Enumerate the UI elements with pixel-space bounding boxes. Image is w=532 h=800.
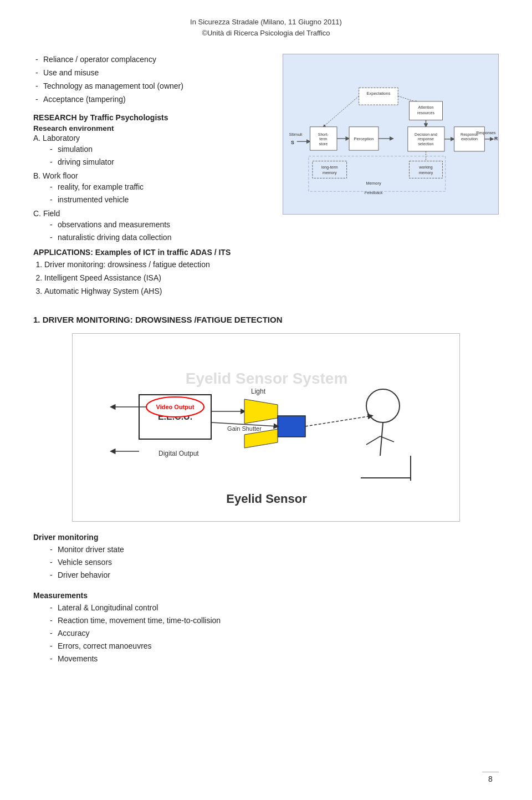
svg-text:resources: resources xyxy=(417,111,434,115)
laboratory-list: simulation driving simulator xyxy=(33,144,272,168)
app-item-2: Automatic Highway System (AHS) xyxy=(44,286,272,297)
cognitive-diagram-svg: Stimuli S Short- term store Perception xyxy=(283,54,498,214)
svg-text:Perception: Perception xyxy=(354,136,374,141)
svg-text:Eyelid Sensor System: Eyelid Sensor System xyxy=(186,370,348,387)
workfloor-section: B. Work floor reality, for example traff… xyxy=(33,171,272,206)
bullet-technology: Technology as management tool (owner) xyxy=(33,80,272,92)
svg-text:Memory: Memory xyxy=(366,181,381,186)
svg-text:R: R xyxy=(494,136,498,141)
svg-text:selection: selection xyxy=(418,142,434,146)
lab-item-1: driving simulator xyxy=(50,156,272,168)
meas-item-3: Errors, correct manoeuvres xyxy=(50,640,499,652)
svg-text:execution: execution xyxy=(461,137,478,141)
svg-text:Short-: Short- xyxy=(318,133,329,136)
header-line2: ©Unità di Ricerca Psicologia del Traffic… xyxy=(33,28,499,39)
page-header: In Sicurezza Stradale (Milano, 11 Giugno… xyxy=(33,17,499,38)
svg-text:Responses: Responses xyxy=(476,131,496,135)
svg-text:Light: Light xyxy=(251,388,266,395)
svg-rect-34 xyxy=(313,161,347,179)
workfloor-item-0: reality, for example traffic xyxy=(50,181,272,193)
laboratory-section: A. Laboratory simulation driving simulat… xyxy=(33,134,272,168)
laboratory-label: A. Laboratory xyxy=(33,134,272,142)
app-item-0: Driver monitoring: drowsiness / fatigue … xyxy=(44,259,272,271)
bullet-reliance: Reliance / operator complacency xyxy=(33,54,272,65)
page: In Sicurezza Stradale (Milano, 11 Giugno… xyxy=(0,0,532,800)
meas-item-0: Lateral & Longitudinal control xyxy=(50,602,499,614)
left-column: Reliance / operator complacency Use and … xyxy=(33,54,272,303)
field-item-0: observations and measurements xyxy=(50,219,272,231)
header-line1: In Sicurezza Stradale (Milano, 11 Giugno… xyxy=(33,17,499,28)
svg-text:Attention: Attention xyxy=(418,105,434,109)
driver-monitoring-title: Driver monitoring xyxy=(33,533,499,542)
svg-text:term: term xyxy=(319,137,327,141)
page-number: 8 xyxy=(482,772,499,783)
svg-text:S: S xyxy=(291,140,294,145)
content-top: Reliance / operator complacency Use and … xyxy=(33,54,499,303)
svg-rect-12 xyxy=(359,88,398,105)
driver-monitoring-list: Monitor driver state Vehicle sensors Dri… xyxy=(33,544,499,581)
bullet-use-misuse: Use and misuse xyxy=(33,67,272,79)
meas-item-1: Reaction time, movement time, time-to-co… xyxy=(50,615,499,626)
field-label: C. Field xyxy=(33,209,272,218)
lab-item-0: simulation xyxy=(50,144,272,155)
field-item-1: naturalistic driving data collection xyxy=(50,232,272,243)
right-column: Stimuli S Short- term store Perception xyxy=(283,54,499,303)
bullet-acceptance: Acceptance (tampering) xyxy=(33,94,272,105)
svg-text:Eyelid Sensor: Eyelid Sensor xyxy=(226,492,307,506)
svg-text:Response: Response xyxy=(461,133,478,137)
svg-text:working: working xyxy=(418,165,432,170)
dm-item-1: Vehicle sensors xyxy=(50,557,499,568)
app-item-1: Intelligent Speed Assistance (ISA) xyxy=(44,272,272,284)
svg-text:store: store xyxy=(319,142,328,146)
research-title: RESEARCH by Traffic Psychologists xyxy=(33,113,272,122)
svg-text:memory: memory xyxy=(419,171,433,175)
dm-item-0: Monitor driver state xyxy=(50,544,499,556)
svg-text:Video Output: Video Output xyxy=(156,404,195,410)
eyelid-diagram: Eyelid Sensor System E.E.C.U. Video Outp… xyxy=(72,333,460,522)
svg-text:Expectations: Expectations xyxy=(367,91,391,96)
dm-item-2: Driver behavior xyxy=(50,569,499,581)
workfloor-label: B. Work floor xyxy=(33,171,272,180)
section1-heading: 1. DRIVER MONITORING: DROWSINESS /FATIGU… xyxy=(33,315,499,324)
eyelid-svg: Eyelid Sensor System E.E.C.U. Video Outp… xyxy=(73,334,460,522)
driver-monitoring-section: Driver monitoring Monitor driver state V… xyxy=(33,533,499,581)
cognitive-diagram: Stimuli S Short- term store Perception xyxy=(283,54,499,215)
field-list: observations and measurements naturalist… xyxy=(33,219,272,243)
svg-text:Digital Output: Digital Output xyxy=(158,450,199,457)
svg-text:Decision and: Decision and xyxy=(415,133,437,136)
applications-list: Driver monitoring: drowsiness / fatigue … xyxy=(33,259,272,297)
measurements-title: Measurements xyxy=(33,591,499,600)
measurements-list: Lateral & Longitudinal control Reaction … xyxy=(33,602,499,665)
workfloor-item-1: instrumented vehicle xyxy=(50,194,272,206)
measurements-section: Measurements Lateral & Longitudinal cont… xyxy=(33,591,499,665)
svg-rect-53 xyxy=(278,416,305,437)
workfloor-list: reality, for example traffic instrumente… xyxy=(33,181,272,206)
research-subtitle: Research environment xyxy=(33,124,272,133)
svg-text:response: response xyxy=(418,137,434,141)
intro-bullet-list: Reliance / operator complacency Use and … xyxy=(33,54,272,105)
applications-title: APPLICATIONS: Examples of ICT in traffic… xyxy=(33,248,272,257)
svg-text:Stimuli: Stimuli xyxy=(289,132,303,137)
meas-item-4: Movements xyxy=(50,653,499,665)
svg-rect-30 xyxy=(410,161,443,179)
meas-item-2: Accuracy xyxy=(50,628,499,639)
field-section: C. Field observations and measurements n… xyxy=(33,209,272,243)
svg-text:long-term: long-term xyxy=(321,165,338,170)
svg-text:Gain Shutter: Gain Shutter xyxy=(227,425,262,432)
svg-text:memory: memory xyxy=(323,171,337,175)
